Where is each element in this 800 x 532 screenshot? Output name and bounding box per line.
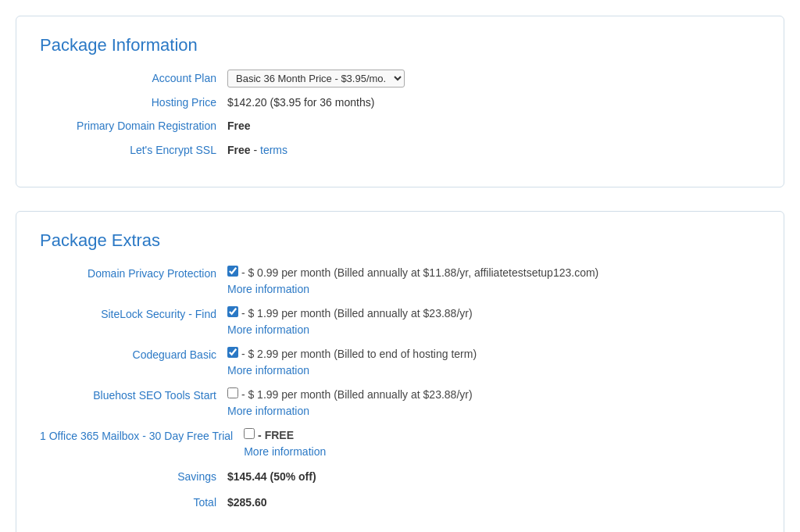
total-amount: $285.60 <box>227 496 267 509</box>
sitelock-row: SiteLock Security - Find - $ 1.99 per mo… <box>40 305 760 338</box>
codeguard-label: Codeguard Basic <box>40 346 227 363</box>
sitelock-label: SiteLock Security - Find <box>40 305 227 323</box>
sitelock-more-info[interactable]: More information <box>227 322 473 338</box>
account-plan-row: Account Plan Basic 36 Month Price - $3.9… <box>40 70 760 87</box>
hosting-price-value: $142.20 ($3.95 for 36 months) <box>227 94 374 111</box>
sitelock-value: - $ 1.99 per month (Billed annually at $… <box>227 305 473 338</box>
domain-privacy-checkbox[interactable] <box>227 266 238 277</box>
seo-tools-value: - $ 1.99 per month (Billed annually at $… <box>227 387 473 420</box>
seo-tools-row: Bluehost SEO Tools Start - $ 1.99 per mo… <box>40 387 760 420</box>
office365-free-text: - FREE <box>258 429 294 441</box>
codeguard-checkbox[interactable] <box>227 347 238 358</box>
primary-domain-free-text: Free <box>227 120 251 132</box>
package-info-card: Package Information Account Plan Basic 3… <box>16 16 784 187</box>
ssl-free-text: Free <box>227 144 251 156</box>
hosting-price-label: Hosting Price <box>40 94 227 111</box>
primary-domain-row: Primary Domain Registration Free <box>40 117 760 134</box>
primary-domain-label: Primary Domain Registration <box>40 117 227 134</box>
ssl-terms-link[interactable]: terms <box>260 144 288 156</box>
seo-tools-desc: - $ 1.99 per month (Billed annually at $… <box>241 388 473 401</box>
savings-row: Savings $145.44 (50% off) <box>40 468 760 485</box>
codeguard-row: Codeguard Basic - $ 2.99 per month (Bill… <box>40 346 760 379</box>
office365-value: - FREE More information <box>244 427 326 460</box>
sitelock-desc: - $ 1.99 per month (Billed annually at $… <box>241 307 473 320</box>
package-extras-card: Package Extras Domain Privacy Protection… <box>16 211 784 532</box>
domain-privacy-more-info[interactable]: More information <box>227 281 598 298</box>
ssl-label: Let's Encrypt SSL <box>40 141 227 159</box>
codeguard-desc: - $ 2.99 per month (Billed to end of hos… <box>241 348 477 360</box>
domain-privacy-value: - $ 0.99 per month (Billed annually at $… <box>227 265 598 298</box>
total-row: Total $285.60 <box>40 494 760 511</box>
account-plan-select[interactable]: Basic 36 Month Price - $3.95/mo. <box>227 70 405 87</box>
domain-privacy-desc: - $ 0.99 per month (Billed annually at $… <box>241 266 598 279</box>
primary-domain-value: Free <box>227 117 251 134</box>
ssl-value: Free - terms <box>227 141 288 159</box>
domain-privacy-label: Domain Privacy Protection <box>40 265 227 282</box>
seo-tools-more-info[interactable]: More information <box>227 403 473 420</box>
savings-label: Savings <box>40 468 227 485</box>
package-extras-title: Package Extras <box>40 230 760 251</box>
seo-tools-label: Bluehost SEO Tools Start <box>40 387 227 404</box>
codeguard-value: - $ 2.99 per month (Billed to end of hos… <box>227 346 477 379</box>
office365-checkbox[interactable] <box>244 428 255 439</box>
package-info-title: Package Information <box>40 35 760 55</box>
total-label: Total <box>40 494 227 511</box>
office365-more-info[interactable]: More information <box>244 444 326 460</box>
domain-privacy-row: Domain Privacy Protection - $ 0.99 per m… <box>40 265 760 298</box>
ssl-dash: - <box>253 144 260 156</box>
total-value: $285.60 <box>227 494 267 511</box>
seo-tools-checkbox[interactable] <box>227 387 238 398</box>
account-plan-value: Basic 36 Month Price - $3.95/mo. <box>227 70 405 87</box>
ssl-row: Let's Encrypt SSL Free - terms <box>40 141 760 159</box>
office365-row: 1 Office 365 Mailbox - 30 Day Free Trial… <box>40 427 760 460</box>
hosting-price-row: Hosting Price $142.20 ($3.95 for 36 mont… <box>40 94 760 111</box>
codeguard-more-info[interactable]: More information <box>227 362 477 379</box>
savings-value: $145.44 (50% off) <box>227 468 316 485</box>
savings-amount: $145.44 (50% off) <box>227 470 316 483</box>
office365-label: 1 Office 365 Mailbox - 30 Day Free Trial <box>40 427 244 445</box>
sitelock-checkbox[interactable] <box>227 306 238 317</box>
account-plan-label: Account Plan <box>40 70 227 87</box>
